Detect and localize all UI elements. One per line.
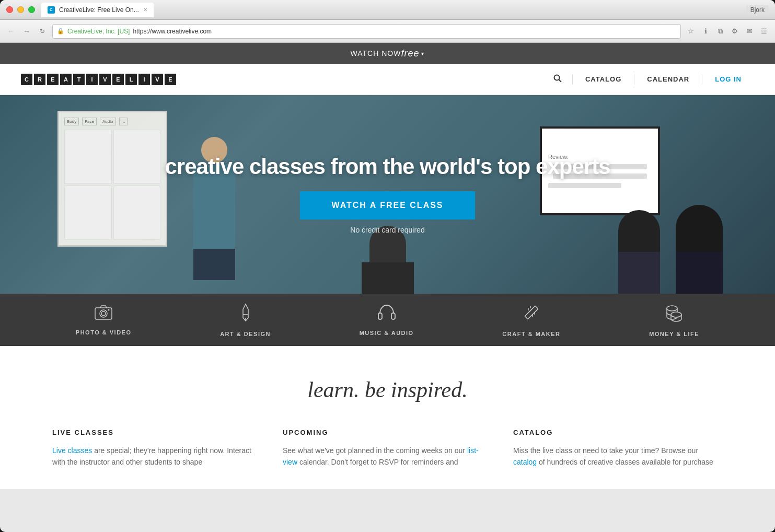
audience-center-silhouette — [362, 226, 414, 294]
hero-title: creative classes from the world's top ex… — [165, 155, 610, 179]
whiteboard-decoration: Body Face Audio ... — [57, 111, 167, 247]
tab-title: CreativeLive: Free Live On... — [59, 6, 139, 14]
logo-letter-c: C — [21, 74, 32, 85]
address-bar[interactable]: 🔒 CreativeLive, Inc. [US] https://www.cr… — [52, 24, 681, 39]
browser-toolbar: ← → ↻ 🔒 CreativeLive, Inc. [US] https://… — [0, 20, 775, 43]
hero-content: creative classes from the world's top ex… — [165, 155, 610, 234]
hero-section: Body Face Audio ... — [0, 95, 775, 294]
logo-letter-v: V — [99, 74, 111, 85]
logo-letter-r: R — [34, 74, 45, 85]
money-life-label: MONEY & LIFE — [649, 331, 699, 337]
top-banner[interactable]: WATCH NOW free ▾ — [0, 43, 775, 64]
feature-catalog: CATALOG Miss the live class or need to t… — [513, 429, 723, 468]
catalog-link[interactable]: catalog — [513, 458, 537, 466]
settings-icon[interactable]: ⚙ — [729, 26, 741, 37]
logo-letter-a: A — [60, 74, 72, 85]
category-craft-maker[interactable]: CRAFT & MAKER — [502, 303, 560, 337]
category-photo-video[interactable]: PHOTO & VIDEO — [76, 305, 132, 336]
upcoming-title: UPCOMING — [283, 429, 492, 436]
nav-login-link[interactable]: LOG IN — [702, 75, 754, 83]
svg-point-5 — [108, 309, 110, 310]
forward-button[interactable]: → — [21, 26, 32, 37]
tab-close-icon[interactable]: ✕ — [143, 7, 147, 13]
catalog-body-2: of hundreds of creative classes availabl… — [539, 458, 713, 466]
browser-window: C CreativeLive: Free Live On... ✕ Bjork … — [0, 0, 775, 532]
svg-line-1 — [559, 79, 561, 82]
logo-letter-l: L — [125, 74, 137, 85]
nav-catalog-link[interactable]: CATALOG — [573, 75, 634, 83]
audience-silhouette-left — [618, 210, 660, 294]
search-button[interactable] — [543, 74, 572, 85]
nav-calendar-link[interactable]: CALENDAR — [634, 75, 702, 83]
banner-watch-now: WATCH NOW — [351, 49, 401, 57]
svg-point-3 — [100, 310, 107, 317]
tagline-text: learn. be inspired. — [307, 378, 467, 402]
category-music-audio[interactable]: MUSIC & AUDIO — [360, 304, 414, 336]
svg-point-16 — [671, 312, 681, 317]
svg-rect-8 — [378, 313, 382, 319]
svg-point-0 — [554, 75, 559, 80]
svg-point-4 — [101, 311, 106, 316]
category-money-life[interactable]: MONEY & LIFE — [649, 303, 699, 337]
close-button[interactable] — [6, 6, 13, 13]
banner-free-text: free — [401, 48, 419, 59]
site-logo[interactable]: C R E A T I V E L I V E — [21, 74, 176, 85]
back-button[interactable]: ← — [5, 26, 17, 37]
nav-bar: C R E A T I V E L I V E — [0, 64, 775, 95]
upcoming-body-1: See what we've got planned in the coming… — [283, 446, 467, 455]
feature-live-classes: LIVE CLASSES Live classes are special; t… — [52, 429, 262, 468]
audience-silhouette-right — [676, 205, 723, 294]
headphone-icon — [377, 304, 396, 325]
minimize-button[interactable] — [17, 6, 24, 13]
browser-tab[interactable]: C CreativeLive: Free Live On... ✕ — [41, 3, 154, 17]
feature-upcoming: UPCOMING See what we've got planned in t… — [283, 429, 492, 468]
catalog-text: Miss the live class or need to take your… — [513, 445, 723, 468]
browser-titlebar: C CreativeLive: Free Live On... ✕ Bjork — [0, 0, 775, 20]
secure-icon: 🔒 — [57, 28, 64, 34]
info-icon[interactable]: ℹ — [700, 26, 711, 37]
ruler-icon — [522, 303, 541, 326]
logo-letter-e1: E — [47, 74, 59, 85]
maximize-button[interactable] — [28, 6, 35, 13]
banner-dropdown-arrow-icon: ▾ — [421, 51, 424, 56]
catalog-body-1: Miss the live class or need to take your… — [513, 446, 698, 455]
watch-free-class-button[interactable]: WATCH A FREE CLASS — [300, 191, 475, 219]
svg-rect-10 — [525, 306, 538, 319]
layers-icon[interactable]: ⧉ — [714, 26, 726, 37]
art-design-label: ART & DESIGN — [220, 331, 271, 337]
tagline-section: learn. be inspired. — [52, 377, 723, 402]
photo-video-label: PHOTO & VIDEO — [76, 329, 132, 336]
category-bar: PHOTO & VIDEO ART & DESIGN — [0, 294, 775, 346]
category-art-design[interactable]: ART & DESIGN — [220, 303, 271, 337]
tab-favicon: C — [48, 6, 55, 14]
toolbar-icons: ☆ ℹ ⧉ ⚙ ✉ ☰ — [685, 26, 770, 37]
website-content: WATCH NOW free ▾ C R E A T I V E L I V E — [0, 43, 775, 489]
traffic-lights — [6, 6, 35, 13]
logo-letter-v2: V — [152, 74, 163, 85]
refresh-button[interactable]: ↻ — [37, 26, 48, 37]
menu-icon[interactable]: ☰ — [758, 26, 770, 37]
svg-point-15 — [667, 306, 677, 311]
below-fold-section: learn. be inspired. LIVE CLASSES Live cl… — [0, 346, 775, 489]
bookmark-icon[interactable]: ☆ — [685, 26, 697, 37]
svg-rect-9 — [391, 313, 395, 319]
logo-letter-i2: I — [138, 74, 150, 85]
camera-icon — [94, 305, 113, 324]
live-classes-link[interactable]: Live classes — [52, 446, 92, 455]
address-company: CreativeLive, Inc. [US] — [67, 28, 130, 35]
catalog-title: CATALOG — [513, 429, 723, 436]
user-profile-name: Bjork — [746, 5, 769, 15]
pen-icon — [238, 303, 253, 326]
hero-subtitle: No credit card required — [165, 226, 610, 234]
nav-right: CATALOG CALENDAR LOG IN — [543, 74, 754, 85]
features-grid: LIVE CLASSES Live classes are special; t… — [52, 429, 723, 468]
music-audio-label: MUSIC & AUDIO — [360, 330, 414, 336]
live-classes-title: LIVE CLASSES — [52, 429, 262, 436]
upcoming-text: See what we've got planned in the coming… — [283, 445, 492, 468]
logo-letter-e2: E — [112, 74, 124, 85]
upcoming-body-2: calendar. Don't forget to RSVP for remin… — [299, 458, 458, 466]
logo-letter-e3: E — [165, 74, 176, 85]
coins-icon — [665, 303, 684, 326]
mail-icon[interactable]: ✉ — [744, 26, 755, 37]
logo-letter-i: I — [86, 74, 98, 85]
